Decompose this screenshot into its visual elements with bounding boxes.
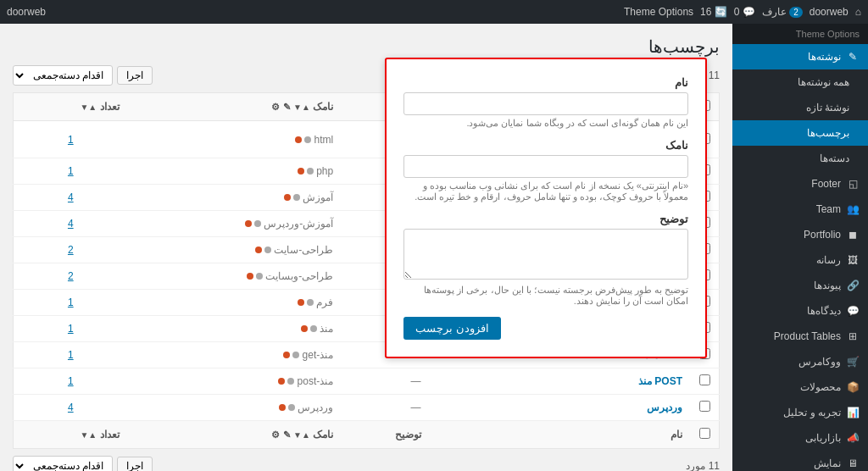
sidebar-item-analytics[interactable]: 📊 تجربه و تحلیل: [732, 400, 868, 425]
sort-icon-slug: ▲▼: [293, 103, 310, 112]
comments-count[interactable]: 💬 0: [734, 6, 755, 18]
count-link-5[interactable]: 2: [68, 270, 74, 282]
site-name[interactable]: doorweb: [810, 6, 849, 18]
items-count-bottom: 11 مورد: [686, 460, 720, 471]
sidebar-label-posts: نوشته‌ها: [808, 51, 841, 63]
count-link-8[interactable]: 1: [68, 349, 74, 361]
user-name[interactable]: doorweb: [7, 6, 46, 18]
theme-options-link[interactable]: Theme Options: [624, 6, 693, 18]
th-count[interactable]: تعداد ▲▼: [14, 93, 128, 121]
table-foot: نام توضیح نامک ▲▼ ✎ ⚙ تعداد ▲▼: [14, 421, 720, 449]
slug-input[interactable]: [403, 155, 688, 178]
row-count-8[interactable]: 1: [14, 342, 128, 368]
sidebar-item-team[interactable]: 👥 Team: [732, 197, 868, 222]
sidebar-item-products[interactable]: 📦 محصولات: [732, 374, 868, 400]
row-checkbox-9[interactable]: [699, 374, 710, 385]
sidebar-item-portfolio[interactable]: ◼ Portfolio: [732, 222, 868, 247]
select-all-checkbox-bottom[interactable]: [699, 428, 710, 439]
sort-icon-count-foot: ▲▼: [80, 430, 97, 440]
products-icon: 📦: [846, 381, 860, 393]
form-field-name: نام این نام همان گونه‌ای است که در وبگاه…: [403, 76, 688, 129]
count-link-2[interactable]: 4: [68, 191, 74, 203]
tag-name-link-10[interactable]: وردپرس: [647, 402, 682, 413]
sidebar-item-new-post[interactable]: نوشتهٔ تازه: [732, 95, 868, 120]
row-slug-6: فرم: [128, 290, 342, 316]
notifications-badge[interactable]: 2 عارف: [762, 6, 803, 18]
row-desc-10: —: [342, 395, 429, 421]
desc-textarea[interactable]: [403, 229, 688, 280]
count-link-6[interactable]: 1: [68, 296, 74, 308]
count-link-7[interactable]: 1: [68, 323, 74, 335]
row-count-1[interactable]: 1: [14, 158, 128, 185]
dot-red-10: [279, 404, 286, 411]
submit-tag-button[interactable]: افزودن برچسب: [403, 317, 501, 340]
tf-name[interactable]: نام: [430, 421, 691, 449]
sidebar-item-tags[interactable]: برچسب‌ها: [732, 120, 868, 146]
add-tag-form: نام این نام همان گونه‌ای است که در وبگاه…: [385, 58, 707, 358]
dot-red-4: [255, 247, 262, 253]
sidebar-item-woocommerce[interactable]: 🛒 ووکامرس: [732, 349, 868, 374]
bulk-select-top[interactable]: اقدام دسته‌جمعی حذف: [13, 65, 113, 86]
name-input[interactable]: [403, 92, 688, 115]
row-slug-2: آموزش: [128, 185, 342, 211]
settings-col-icon: ⚙: [271, 102, 280, 112]
row-slug-7: منذ: [128, 316, 342, 342]
bulk-select-bottom[interactable]: اقدام دسته‌جمعی حذف: [13, 456, 113, 471]
count-link-3[interactable]: 4: [68, 218, 74, 230]
row-count-9[interactable]: 1: [14, 368, 128, 395]
row-slug-5: طراحی-وبسایت: [128, 263, 342, 290]
bottom-table-controls: 11 مورد اجرا اقدام دسته‌جمعی حذف: [13, 456, 720, 471]
row-count-3[interactable]: 4: [14, 211, 128, 237]
settings-col-icon-foot: ⚙: [271, 429, 280, 440]
dot-red-9: [278, 378, 285, 385]
sidebar-item-categories[interactable]: دسته‌ها: [732, 146, 868, 171]
count-link-1[interactable]: 1: [68, 165, 74, 177]
count-link-9[interactable]: 1: [68, 375, 74, 387]
sidebar-label-categories: دسته‌ها: [820, 152, 849, 164]
tag-name-link-9[interactable]: POST منذ: [638, 375, 682, 387]
product-tables-icon: ⊞: [846, 330, 860, 342]
row-count-6[interactable]: 1: [14, 290, 128, 316]
dot-gray-7: [310, 325, 317, 332]
layout: Theme Options ✎ نوشته‌ها همه نوشته‌ها نو…: [0, 24, 868, 471]
th-slug[interactable]: نامک ▲▼ ✎ ⚙: [128, 93, 342, 121]
sidebar-item-links[interactable]: 🔗 پیوندها: [732, 273, 868, 298]
tf-checkbox: [691, 421, 720, 449]
apply-button-top[interactable]: اجرا: [117, 66, 153, 85]
count-link-10[interactable]: 4: [68, 402, 74, 413]
links-icon: 🔗: [846, 280, 860, 291]
tf-slug[interactable]: نامک ▲▼ ✎ ⚙: [128, 421, 342, 449]
dot-red-5: [247, 273, 253, 280]
sidebar-item-footer[interactable]: ◱ Footer: [732, 171, 868, 197]
sidebar-item-marketing[interactable]: 📣 بازاریابی: [732, 425, 868, 451]
row-count-10[interactable]: 4: [14, 395, 128, 421]
edit-icon-foot: ✎: [283, 429, 291, 440]
tf-count[interactable]: تعداد ▲▼: [14, 421, 128, 449]
sidebar-label-analytics: تجربه و تحلیل: [783, 407, 841, 418]
row-count-5[interactable]: 2: [14, 263, 128, 290]
dot-red-2: [284, 194, 291, 201]
row-checkbox-10[interactable]: [699, 401, 710, 412]
sidebar-item-posts[interactable]: ✎ نوشته‌ها: [732, 44, 868, 69]
page-title: برچسب‌ها: [648, 36, 720, 57]
dot-gray-4: [264, 247, 271, 253]
updates-count[interactable]: 🔄 16: [700, 6, 727, 18]
row-count-2[interactable]: 4: [14, 185, 128, 211]
row-count-0[interactable]: 1: [14, 121, 128, 158]
admin-bar: ⌂ doorweb 2 عارف 💬 0 🔄 16 Theme Options …: [0, 0, 868, 24]
sidebar-item-product-tables[interactable]: ⊞ Product Tables: [732, 324, 868, 349]
dot-gray-3: [254, 220, 261, 227]
row-count-7[interactable]: 1: [14, 316, 128, 342]
sidebar-item-media[interactable]: 🖼 رسانه: [732, 247, 868, 273]
sidebar-item-comments[interactable]: 💬 دیدگاه‌ها: [732, 298, 868, 324]
sidebar-item-all-posts[interactable]: همه نوشته‌ها: [732, 69, 868, 95]
row-count-4[interactable]: 2: [14, 237, 128, 263]
count-link-0[interactable]: 1: [68, 134, 74, 146]
media-icon: 🖼: [846, 254, 860, 266]
wp-logo[interactable]: ⌂: [855, 6, 861, 18]
sidebar-item-display[interactable]: 🖥 نمایش: [732, 451, 868, 471]
count-link-4[interactable]: 2: [68, 244, 74, 256]
dot-red-6: [298, 299, 304, 306]
woocommerce-icon: 🛒: [846, 356, 860, 368]
apply-button-bottom[interactable]: اجرا: [117, 457, 153, 471]
